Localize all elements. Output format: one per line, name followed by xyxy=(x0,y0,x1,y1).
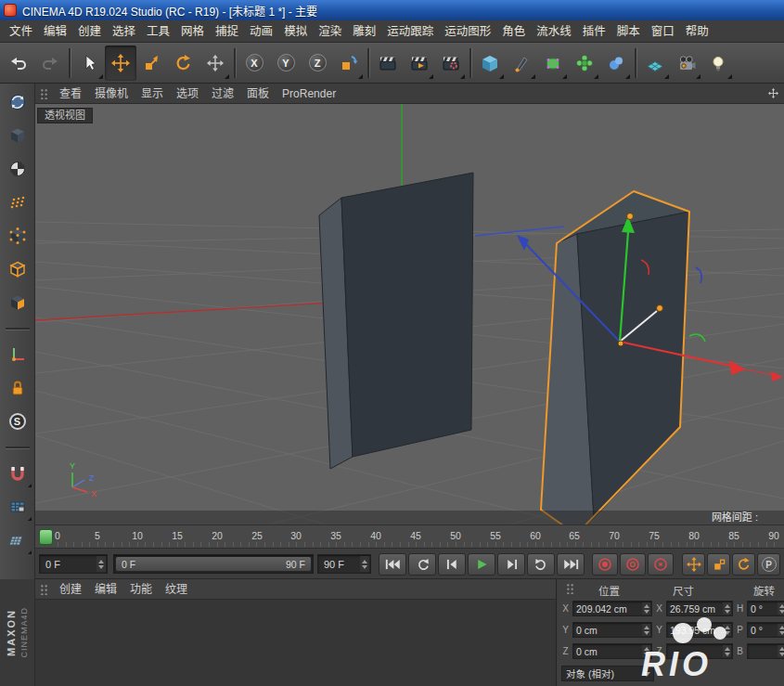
stepper-arrows-icon[interactable] xyxy=(723,602,731,615)
add-camera-button[interactable] xyxy=(671,45,702,81)
undo-button[interactable] xyxy=(3,45,34,81)
goto-start-button[interactable] xyxy=(379,553,406,576)
model-mode-button[interactable] xyxy=(2,120,33,151)
coordinate-system-button[interactable] xyxy=(333,45,365,81)
menu-item-character[interactable]: 角色 xyxy=(496,20,531,43)
menu-item-create[interactable]: 创建 xyxy=(72,20,107,43)
play-backwards-button[interactable] xyxy=(408,553,436,576)
scale-tool-button[interactable] xyxy=(136,45,168,81)
stepper-arrows-icon[interactable] xyxy=(96,556,106,572)
menu-item-tools[interactable]: 工具 xyxy=(141,20,175,43)
vp-menu-cameras[interactable]: 摄像机 xyxy=(88,84,135,104)
material-list-area[interactable] xyxy=(35,600,556,686)
record-position-toggle[interactable] xyxy=(682,553,705,576)
stepper-arrows-icon[interactable] xyxy=(642,624,650,636)
previous-frame-button[interactable] xyxy=(438,553,466,576)
axis-lock-button[interactable] xyxy=(2,372,33,404)
vp-menu-prorender[interactable]: ProRender xyxy=(276,84,342,104)
stepper-arrows-icon[interactable] xyxy=(642,645,650,657)
add-light-button[interactable] xyxy=(702,45,734,81)
edges-mode-button[interactable] xyxy=(2,253,33,285)
menu-item-select[interactable]: 选择 xyxy=(107,20,141,43)
pos-x-field[interactable]: 209.042 cm xyxy=(572,601,652,616)
render-view-button[interactable] xyxy=(372,45,404,81)
view-label[interactable]: 透视视图 xyxy=(37,108,93,123)
last-tool-button[interactable] xyxy=(199,45,231,81)
stepper-arrows-icon[interactable] xyxy=(778,602,784,615)
menu-item-snap[interactable]: 捕捉 xyxy=(210,20,244,43)
gizmo-rotate-band-z[interactable] xyxy=(696,267,701,283)
menu-item-sculpt[interactable]: 雕刻 xyxy=(347,20,381,43)
y-axis-lock-button[interactable]: Y xyxy=(270,45,302,81)
menu-item-plugins[interactable]: 插件 xyxy=(577,20,611,43)
rot-b-field[interactable] xyxy=(747,643,784,659)
goto-end-button[interactable] xyxy=(557,553,585,576)
stepper-arrows-icon[interactable] xyxy=(778,645,784,657)
vp-menu-panel[interactable]: 面板 xyxy=(240,84,276,104)
render-picture-viewer-button[interactable] xyxy=(404,45,435,81)
perspective-viewport[interactable]: Y Z X 透视视图 网格间距 : xyxy=(35,104,784,524)
enable-axis-button[interactable] xyxy=(2,339,33,370)
wall-object-selected[interactable] xyxy=(541,191,689,524)
make-editable-button[interactable] xyxy=(2,86,33,118)
points-mode-button[interactable] xyxy=(2,220,33,252)
play-forwards-button[interactable] xyxy=(468,553,495,576)
stepper-arrows-icon[interactable] xyxy=(642,602,650,615)
snap-s-button[interactable]: S xyxy=(2,406,33,437)
add-cube-button[interactable] xyxy=(474,45,506,81)
material-menu-function[interactable]: 功能 xyxy=(123,579,159,600)
loop-playback-button[interactable] xyxy=(527,553,555,576)
material-menu-create[interactable]: 创建 xyxy=(53,579,88,600)
drag-grip-icon[interactable] xyxy=(40,88,48,99)
gizmo-handle-dot[interactable] xyxy=(627,214,634,220)
stepper-arrows-icon[interactable] xyxy=(723,645,731,657)
menu-item-mesh[interactable]: 网格 xyxy=(175,20,210,43)
workplane-mode-button[interactable] xyxy=(2,187,33,218)
record-scale-toggle[interactable] xyxy=(707,553,730,576)
size-z-field[interactable] xyxy=(666,643,733,659)
stepper-arrows-icon[interactable] xyxy=(360,556,369,572)
gizmo-handle-dot[interactable] xyxy=(657,305,663,312)
menu-item-script[interactable]: 脚本 xyxy=(611,20,646,43)
texture-mode-button[interactable] xyxy=(2,153,33,185)
z-axis-lock-button[interactable]: Z xyxy=(302,45,333,81)
autokey-button[interactable] xyxy=(620,553,646,576)
size-x-field[interactable]: 26.759 cm xyxy=(666,601,733,616)
menu-item-pipeline[interactable]: 流水线 xyxy=(531,20,577,43)
add-deformer-button[interactable] xyxy=(600,45,632,81)
planar-workplane-button[interactable] xyxy=(2,524,33,556)
add-spline-button[interactable] xyxy=(506,45,537,81)
drag-grip-icon[interactable] xyxy=(566,583,574,594)
record-rotation-toggle[interactable] xyxy=(732,553,755,576)
pos-z-field[interactable]: 0 cm xyxy=(572,643,652,659)
drag-grip-icon[interactable] xyxy=(40,584,48,595)
add-floor-button[interactable] xyxy=(639,45,671,81)
gizmo-origin-dot[interactable] xyxy=(618,341,623,346)
current-frame-field[interactable]: 0 F xyxy=(39,554,108,574)
frame-range-slider[interactable]: 0 F 90 F xyxy=(113,554,314,574)
menu-item-mograph[interactable]: 运动图形 xyxy=(439,20,496,43)
vp-menu-filter[interactable]: 过滤 xyxy=(205,84,240,104)
viewport-canvas[interactable]: Y Z X xyxy=(35,104,784,524)
menu-item-motion-tracker[interactable]: 运动跟踪 xyxy=(381,20,439,43)
end-frame-field[interactable]: 90 F xyxy=(317,554,371,574)
frame-range-bar[interactable]: 0 F 90 F xyxy=(116,557,311,571)
rotate-tool-button[interactable] xyxy=(168,45,199,81)
add-subdivision-button[interactable] xyxy=(537,45,569,81)
menu-item-edit[interactable]: 编辑 xyxy=(38,20,72,43)
pos-y-field[interactable]: 0 cm xyxy=(572,622,652,638)
rot-h-field[interactable]: 0 ° xyxy=(747,601,784,616)
menu-item-file[interactable]: 文件 xyxy=(4,20,38,43)
menu-item-help[interactable]: 帮助 xyxy=(680,20,714,43)
menu-item-window[interactable]: 窗口 xyxy=(646,20,680,43)
rot-p-field[interactable]: 0 ° xyxy=(747,622,784,638)
move-tool-button[interactable] xyxy=(105,45,136,81)
coordinate-mode-dropdown[interactable]: 对象 (相对) xyxy=(561,666,654,681)
vp-menu-display[interactable]: 显示 xyxy=(135,84,170,104)
snap-magnet-button[interactable] xyxy=(2,458,33,489)
vp-menu-view[interactable]: 查看 xyxy=(53,84,88,104)
polygons-mode-button[interactable] xyxy=(2,287,33,318)
render-settings-button[interactable] xyxy=(435,45,467,81)
redo-button[interactable] xyxy=(34,45,66,81)
keyframe-selection-button[interactable] xyxy=(648,553,674,576)
